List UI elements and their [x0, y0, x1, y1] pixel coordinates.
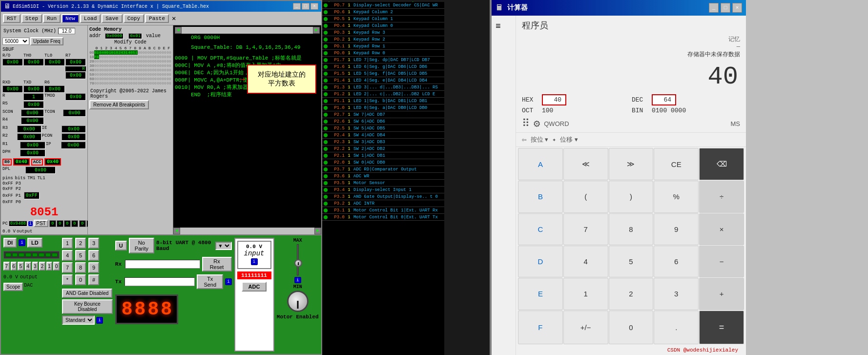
key-6[interactable]: 6	[88, 250, 99, 261]
btn-1[interactable]: 1	[563, 278, 608, 310]
num-2[interactable]: 2	[39, 262, 45, 271]
num-4[interactable]: 4	[25, 262, 31, 271]
u-btn[interactable]: U	[115, 241, 127, 251]
btn-rparen[interactable]: )	[609, 181, 654, 212]
key-star[interactable]: *	[62, 274, 73, 285]
edsim-minimize-btn[interactable]: _	[293, 3, 301, 10]
btn-4[interactable]: 4	[563, 246, 608, 277]
tx-info-btn[interactable]: i	[225, 278, 231, 285]
btn-0[interactable]: 0	[609, 311, 654, 344]
key-hash[interactable]: #	[88, 274, 99, 285]
btn-D[interactable]: D	[518, 246, 563, 277]
step-button[interactable]: Step	[21, 14, 42, 23]
btn-5[interactable]: 5	[609, 246, 654, 277]
calc-close-btn[interactable]: ×	[732, 3, 742, 13]
calc-maximize-btn[interactable]: □	[721, 3, 730, 13]
btn-negate[interactable]: +/−	[563, 311, 608, 344]
btn-percent[interactable]: %	[654, 181, 699, 212]
remove-bp-btn[interactable]: Remove All Breakpoints	[89, 100, 149, 109]
key-8[interactable]: 8	[75, 262, 86, 273]
num-6[interactable]: 6	[11, 262, 17, 271]
rx-reset-btn[interactable]: Rx Reset	[202, 257, 232, 271]
btn-6[interactable]: 6	[654, 246, 699, 277]
btn-2[interactable]: 2	[609, 278, 654, 310]
btn-equals[interactable]: =	[699, 311, 744, 344]
ld-btn[interactable]: LD	[27, 238, 42, 248]
btn-divide[interactable]: ÷	[699, 181, 744, 212]
calc-menu-icon[interactable]: ≡	[494, 20, 514, 33]
numpad-icon[interactable]: ⠿	[522, 117, 530, 130]
btn-multiply[interactable]: ×	[699, 213, 744, 245]
motor-knob[interactable]	[294, 259, 302, 267]
key-5[interactable]: 5	[75, 250, 86, 261]
load-button[interactable]: Load	[80, 14, 101, 23]
key-2[interactable]: 2	[75, 238, 86, 249]
i-btn[interactable]: i	[28, 221, 33, 226]
save-button[interactable]: Save	[102, 14, 122, 23]
update-freq-btn[interactable]: Update Freq	[30, 37, 63, 45]
btn-8[interactable]: 8	[609, 213, 654, 245]
adc-info-btn[interactable]: i	[251, 258, 258, 265]
key-1[interactable]: 1	[62, 238, 73, 249]
key-0[interactable]: 0	[75, 274, 86, 285]
btn-7[interactable]: 7	[563, 213, 608, 245]
btn-lparen[interactable]: (	[563, 181, 608, 212]
paste-button[interactable]: Paste	[145, 14, 169, 23]
standard-info-btn[interactable]: i	[96, 317, 103, 324]
sys-clock-input[interactable]	[58, 28, 75, 34]
standard-select[interactable]: Standard	[62, 315, 95, 325]
num-0[interactable]: 0	[53, 262, 60, 271]
btn-A[interactable]: A	[518, 148, 563, 180]
btn-3[interactable]: 3	[654, 278, 699, 310]
di-btn[interactable]: DI	[3, 238, 17, 248]
asm-scrollbar-bottom[interactable]: ◄ ►	[173, 228, 321, 234]
key-7[interactable]: 7	[62, 262, 73, 273]
edsim-close-btn[interactable]: ×	[310, 3, 318, 10]
btn-minus[interactable]: −	[699, 246, 744, 277]
run-button[interactable]: Run	[43, 14, 61, 23]
copy-button[interactable]: Copy	[124, 14, 144, 23]
motor-info-btn[interactable]: i	[294, 277, 301, 283]
scope-btn-bottom[interactable]: Scope	[3, 283, 23, 291]
btn-F[interactable]: F	[518, 311, 563, 344]
btn-9[interactable]: 9	[654, 213, 699, 245]
baud-select[interactable]: ▼	[215, 242, 232, 250]
adc-btn[interactable]: ADC	[242, 282, 267, 292]
btn-rshift[interactable]: ≫	[609, 148, 654, 180]
num-3[interactable]: 3	[32, 262, 39, 271]
freq-select[interactable]: 50000	[2, 38, 29, 45]
num-5[interactable]: 5	[18, 262, 24, 271]
new-button[interactable]: New	[62, 14, 79, 23]
motor-dial[interactable]	[287, 291, 309, 312]
btn-ce[interactable]: CE	[654, 148, 699, 180]
func-icon[interactable]: ⚙	[534, 117, 540, 130]
btn-B[interactable]: B	[518, 181, 563, 212]
btn-C[interactable]: C	[518, 213, 563, 245]
key-4[interactable]: 4	[62, 250, 73, 261]
asm-scrollbar-h[interactable]: ◄ ►	[175, 27, 320, 34]
btn-dot[interactable]: .	[654, 311, 699, 344]
btn-backspace[interactable]: ⌫	[699, 148, 744, 180]
di-info-btn[interactable]: i	[19, 239, 25, 246]
no-parity-btn[interactable]: No Parity	[129, 238, 154, 253]
btn-plus[interactable]: +	[699, 278, 744, 310]
tx-send-btn[interactable]: Tx Send	[197, 274, 223, 289]
num-1[interactable]: 1	[46, 262, 53, 271]
qword-btn[interactable]: QWORD	[544, 120, 569, 127]
num-7[interactable]: 7	[3, 262, 10, 271]
ms-btn[interactable]: MS	[731, 120, 741, 127]
key-9[interactable]: 9	[88, 262, 99, 273]
btn-lshift[interactable]: ≪	[563, 148, 608, 180]
and-gate-btn[interactable]: AND Gate Disabled	[62, 289, 112, 298]
close-x[interactable]: ✕	[172, 14, 176, 22]
key-bounce-btn[interactable]: Key Bounce Disabled	[62, 299, 113, 314]
calc-minimize-btn[interactable]: _	[709, 3, 719, 13]
edsim-maximize-btn[interactable]: □	[302, 3, 310, 10]
key-3[interactable]: 3	[88, 238, 99, 249]
bit-pos-btn[interactable]: 按位 ▾	[531, 135, 549, 144]
rx-input[interactable]	[125, 260, 200, 269]
btn-E[interactable]: E	[518, 278, 563, 310]
rst-button[interactable]: RST	[3, 14, 21, 23]
shift-btn[interactable]: 位移 ▾	[560, 135, 578, 144]
pst-btn[interactable]: PST	[34, 220, 48, 227]
